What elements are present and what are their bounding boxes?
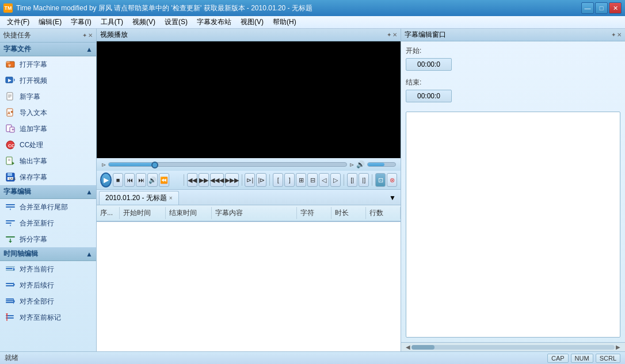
subtitle-text-editor[interactable] — [406, 112, 620, 338]
frame-next-button[interactable]: |⊳ — [256, 173, 266, 187]
rewind2-button[interactable]: ◀◀ — [187, 173, 197, 187]
snap-in-button[interactable]: ⊞ — [296, 173, 306, 187]
mark-in-button[interactable]: [ — [273, 173, 283, 187]
frame-prev-button[interactable]: ⊳| — [245, 173, 255, 187]
svg-rect-1 — [6, 62, 10, 63]
app-icon: TM — [3, 3, 13, 13]
align-to-mark-item[interactable]: 对齐至前标记 — [0, 309, 96, 325]
menu-file[interactable]: 文件(F) — [2, 16, 34, 28]
h-scroll-track[interactable] — [411, 345, 615, 350]
scroll-right-arrow[interactable]: ▶ — [616, 344, 620, 350]
merge-to-newline-item[interactable]: 合并至新行 — [0, 215, 96, 231]
editor-panel-pin[interactable]: ✦ — [611, 32, 616, 38]
col-header-lines: 行数 — [366, 207, 401, 219]
align-all-item[interactable]: 对齐全部行 — [0, 293, 96, 309]
lock-btn[interactable]: ⊡ — [375, 173, 386, 187]
video-progress-thumb[interactable] — [151, 162, 158, 168]
svg-rect-45 — [6, 302, 14, 303]
new-subtitle-item[interactable]: 新字幕 — [0, 89, 96, 105]
rewind-button[interactable]: ⏪ — [159, 173, 169, 187]
fast-fwd-button[interactable]: ▶▶ — [199, 173, 209, 187]
fast-fwd2-button[interactable]: ▶▶▶ — [225, 173, 239, 187]
split-subtitle-item[interactable]: 拆分字幕 — [0, 231, 96, 247]
stop-button[interactable]: ■ — [113, 173, 123, 187]
menu-subtitle[interactable]: 字幕(I) — [66, 16, 96, 28]
svg-marker-22 — [12, 162, 14, 165]
panel-close-icon[interactable]: ✕ — [88, 32, 93, 39]
editor-scrollbar-bar: ◀ ▶ — [401, 342, 625, 351]
menu-publish[interactable]: 字幕发布站 — [192, 16, 236, 28]
merge-to-eol-item[interactable]: 合并至单行尾部 — [0, 199, 96, 215]
panel-pin-icon[interactable]: ✦ — [82, 32, 87, 39]
start-time-input[interactable] — [406, 58, 452, 71]
video-progress-track[interactable] — [108, 162, 347, 167]
end-time-group: 结束: — [406, 78, 620, 87]
save-subtitle-item[interactable]: SAVE 保存字幕 — [0, 169, 96, 185]
cc-process-item[interactable]: CC CC处理 — [0, 137, 96, 153]
video-screen[interactable] — [97, 41, 401, 158]
subtitle-in-btn[interactable]: [| — [347, 173, 357, 187]
section-subtitle-files-label: 字幕文件 — [3, 44, 31, 54]
export-subtitle-item[interactable]: 输出字幕 — [0, 153, 96, 169]
align-current-item[interactable]: 对齐当前行 — [0, 261, 96, 277]
subtitle-editor-title: 字幕编辑窗口 — [405, 30, 446, 40]
num-indicator: NUM — [571, 354, 593, 363]
snap-out-button[interactable]: ⊟ — [307, 173, 318, 187]
subtitle-out-btn[interactable]: |] — [359, 173, 369, 187]
menu-view[interactable]: 视图(V) — [236, 16, 268, 28]
editor-panel-close[interactable]: ✕ — [617, 32, 622, 38]
scrl-indicator: SCRL — [596, 354, 620, 363]
tab-close-button[interactable]: × — [169, 195, 173, 201]
rewind3-button[interactable]: ◀◀◀ — [210, 173, 224, 187]
maximize-button[interactable]: □ — [595, 2, 608, 14]
svg-text:A: A — [7, 111, 10, 115]
menu-help[interactable]: 帮助(H) — [268, 16, 301, 28]
left-panel: 快捷任务 ✦ ✕ 字幕文件 ▲ 字 打开字幕 打开视频 — [0, 29, 97, 351]
close-button[interactable]: ✕ — [609, 2, 622, 14]
separator-4 — [344, 174, 344, 186]
section-timeline-edit[interactable]: 时间轴编辑 ▲ — [0, 247, 96, 261]
settings-btn[interactable]: ⊗ — [387, 173, 397, 187]
section-timeline-label: 时间轴编辑 — [3, 249, 38, 259]
scroll-left-arrow[interactable]: ◀ — [406, 344, 410, 350]
split-btn[interactable]: ▷ — [330, 173, 341, 187]
tab-dropdown-button[interactable]: ▼ — [387, 193, 398, 203]
align-subsequent-item[interactable]: 对齐后续行 — [0, 277, 96, 293]
section-subtitle-files[interactable]: 字幕文件 ▲ — [0, 43, 96, 56]
import-text-icon: A — [5, 107, 16, 118]
subtitle-tab[interactable]: 2010.01.20 - 无标题 × — [99, 191, 179, 205]
mark-out-button[interactable]: ] — [284, 173, 295, 187]
menu-video[interactable]: 视频(V) — [128, 16, 160, 28]
video-panel-close[interactable]: ✕ — [392, 32, 397, 38]
append-subtitle-item[interactable]: + 追加字幕 — [0, 121, 96, 137]
table-body[interactable] — [97, 222, 401, 351]
minimize-button[interactable]: — — [581, 2, 594, 14]
align-to-mark-label: 对齐至前标记 — [20, 313, 61, 323]
menu-tools[interactable]: 工具(T) — [96, 16, 128, 28]
section-subtitle-edit[interactable]: 字幕编辑 ▲ — [0, 185, 96, 199]
svg-rect-41 — [6, 285, 14, 286]
menu-settings[interactable]: 设置(S) — [160, 16, 192, 28]
spacer1 — [170, 173, 181, 187]
append-subtitle-icon: + — [5, 123, 16, 135]
separator-1 — [184, 174, 184, 186]
export-subtitle-label: 输出字幕 — [20, 156, 47, 166]
volume-button[interactable]: 🔊 — [147, 173, 158, 187]
import-text-label: 导入文本 — [20, 108, 47, 118]
open-video-item[interactable]: 打开视频 — [0, 72, 96, 89]
next-chapter-button[interactable]: ⏭ — [136, 173, 146, 187]
video-panel-pin[interactable]: ✦ — [387, 32, 391, 38]
menu-edit[interactable]: 编辑(E) — [34, 16, 66, 28]
end-time-input[interactable] — [406, 90, 452, 102]
prev-chapter-button[interactable]: ⏮ — [124, 173, 135, 187]
volume-slider[interactable] — [367, 162, 396, 167]
status-bar: 就绪 CAP NUM SCRL — [0, 351, 625, 364]
start-time-label: 开始: — [406, 46, 423, 56]
menu-bar: 文件(F) 编辑(E) 字幕(I) 工具(T) 视频(V) 设置(S) 字幕发布… — [0, 16, 625, 29]
merge-btn[interactable]: ◁ — [319, 173, 329, 187]
import-text-item[interactable]: A 导入文本 — [0, 105, 96, 121]
svg-rect-24 — [7, 173, 12, 176]
play-button[interactable]: ▶ — [100, 173, 112, 187]
tab-label: 2010.01.20 - 无标题 — [105, 193, 167, 203]
open-subtitle-item[interactable]: 字 打开字幕 — [0, 56, 96, 72]
